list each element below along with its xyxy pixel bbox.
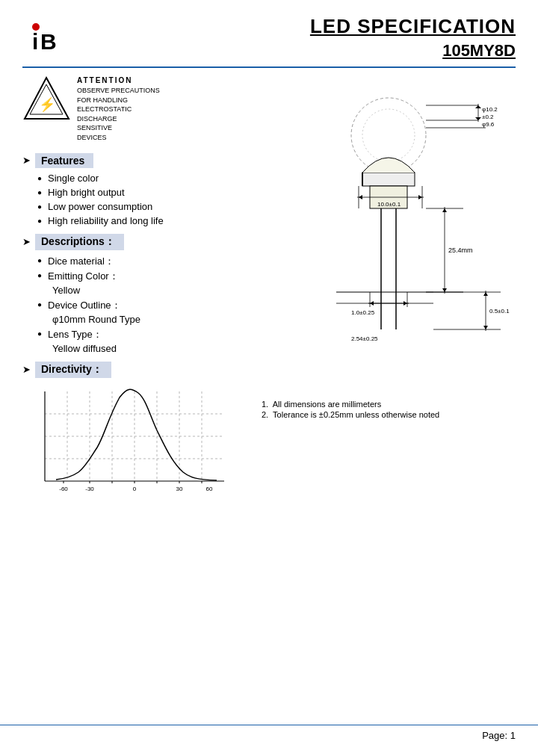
svg-text:2.54±0.25: 2.54±0.25 <box>351 335 378 342</box>
left-column: ⚡ ATTENTION OBSERVE PRECAUTIONS FOR HAND… <box>22 75 254 518</box>
svg-marker-36 <box>475 117 481 120</box>
svg-marker-55 <box>442 208 447 212</box>
svg-text:φ10.2: φ10.2 <box>482 106 498 113</box>
sub-title: 105MY8D <box>310 41 516 61</box>
svg-point-31 <box>362 109 415 161</box>
led-diagram: φ10.2 ±0.2 φ9.6 <box>262 75 516 397</box>
svg-rect-41 <box>362 173 415 186</box>
svg-marker-56 <box>442 288 447 292</box>
esd-line-6: DEVICES <box>77 133 160 143</box>
svg-marker-64 <box>370 301 374 306</box>
page: i B LED SPECIFICATION 105MY8D <box>0 0 538 756</box>
svg-text:60: 60 <box>206 486 213 492</box>
directivity-chart: -60 -30 0 30 60 <box>22 384 254 518</box>
descriptions-arrow-icon: ➤ <box>22 236 31 247</box>
svg-marker-65 <box>404 301 407 306</box>
svg-text:0.5±0.1: 0.5±0.1 <box>489 308 510 315</box>
directivity-section: ➤ Directivity： <box>22 362 254 518</box>
esd-attention: ATTENTION <box>77 75 160 86</box>
feature-item-1: Single color <box>37 173 254 184</box>
features-label: Features <box>35 153 93 168</box>
esd-line-3: ELECTROSTATIC <box>77 105 160 114</box>
directivity-svg: -60 -30 0 30 60 <box>22 384 247 507</box>
desc-item-4: Lens Type： <box>22 328 254 341</box>
features-list: Single color High bright output Low powe… <box>22 173 254 226</box>
page-footer: Page: 1 <box>0 725 538 741</box>
svg-text:±0.2: ±0.2 <box>482 114 494 120</box>
main-content: ⚡ ATTENTION OBSERVE PRECAUTIONS FOR HAND… <box>22 75 516 518</box>
svg-text:⚡: ⚡ <box>39 96 56 113</box>
desc-sub-3: Yellow diffused <box>22 343 254 354</box>
svg-text:B: B <box>40 29 57 54</box>
svg-marker-72 <box>483 326 488 329</box>
esd-warning: ⚡ ATTENTION OBSERVE PRECAUTIONS FOR HAND… <box>22 75 254 143</box>
svg-marker-48 <box>418 195 422 199</box>
page-number: Page: 1 <box>482 730 516 741</box>
svg-text:10.0±0.1: 10.0±0.1 <box>377 201 401 208</box>
note-1: 1. All dimensions are millimeters <box>262 400 516 409</box>
logo: i B <box>22 21 64 55</box>
desc-item-2: Emitting Color： <box>22 270 254 283</box>
right-column: φ10.2 ±0.2 φ9.6 <box>262 75 516 518</box>
header: i B LED SPECIFICATION 105MY8D <box>22 15 516 68</box>
led-diagram-svg: φ10.2 ±0.2 φ9.6 <box>262 75 516 397</box>
note-2: 2. Tolerance is ±0.25mm unless otherwise… <box>262 410 516 419</box>
desc-sub-1: Yellow <box>22 285 254 296</box>
svg-text:φ9.6: φ9.6 <box>482 121 495 128</box>
svg-text:-30: -30 <box>85 486 94 492</box>
desc-sub-2: φ10mm Round Type <box>22 314 254 325</box>
directivity-arrow-icon: ➤ <box>22 364 31 375</box>
directivity-header: ➤ Directivity： <box>22 362 254 378</box>
desc-item-3: Device Outline： <box>22 299 254 312</box>
feature-item-3: Low power consumption <box>37 201 254 212</box>
esd-text: ATTENTION OBSERVE PRECAUTIONS FOR HANDLI… <box>77 75 160 143</box>
svg-text:i: i <box>32 29 38 54</box>
feature-item-4: High reliability and long life <box>37 215 254 226</box>
diagram-notes: 1. All dimensions are millimeters 2. Tol… <box>262 400 516 419</box>
features-arrow-icon: ➤ <box>22 155 31 166</box>
descriptions-header: ➤ Descriptions： <box>22 234 254 250</box>
svg-text:25.4mm: 25.4mm <box>448 247 473 254</box>
svg-marker-47 <box>359 195 362 199</box>
svg-text:-60: -60 <box>59 486 68 492</box>
desc-item-1: Dice material： <box>22 255 254 268</box>
feature-item-2: High bright output <box>37 187 254 198</box>
esd-line-1: OBSERVE PRECAUTIONS <box>77 86 160 96</box>
main-title: LED SPECIFICATION <box>310 15 516 38</box>
svg-text:0: 0 <box>133 486 137 492</box>
svg-marker-35 <box>475 105 481 108</box>
svg-text:1.0±0.25: 1.0±0.25 <box>351 309 375 316</box>
features-header: ➤ Features <box>22 153 254 168</box>
esd-line-5: SENSITIVE <box>77 123 160 133</box>
title-block: LED SPECIFICATION 105MY8D <box>310 15 516 61</box>
svg-marker-71 <box>483 292 488 296</box>
svg-text:30: 30 <box>176 486 183 492</box>
esd-line-4: DISCHARGE <box>77 114 160 124</box>
esd-line-2: FOR HANDLING <box>77 96 160 105</box>
directivity-label: Directivity： <box>35 362 111 378</box>
descriptions-label: Descriptions： <box>35 234 124 250</box>
esd-triangle-icon: ⚡ <box>22 75 71 124</box>
logo-svg: i B <box>22 21 64 55</box>
